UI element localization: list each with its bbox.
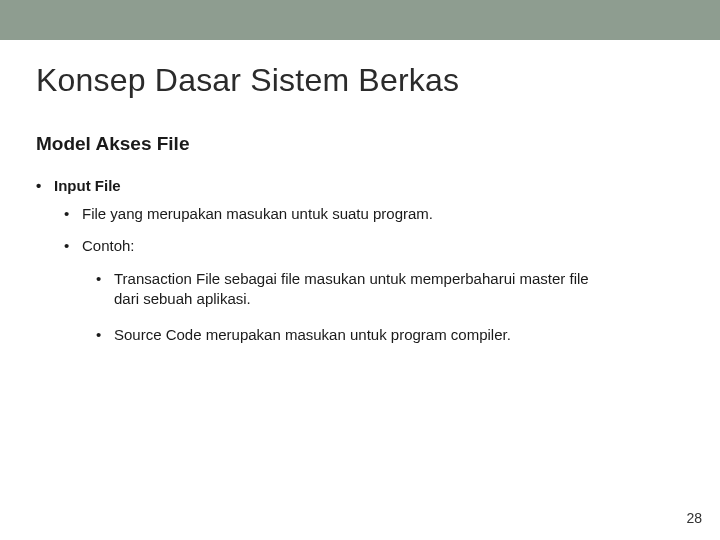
page-number: 28 <box>686 510 702 526</box>
bullet-list: Input File File yang merupakan masukan u… <box>36 177 684 345</box>
slide-content: Konsep Dasar Sistem Berkas Model Akses F… <box>0 40 720 345</box>
bullet-level3: Source Code merupakan masukan untuk prog… <box>96 325 616 345</box>
top-band <box>0 0 720 40</box>
bullet-level2: File yang merupakan masukan untuk suatu … <box>64 204 684 224</box>
bullet-level2: Contoh: <box>64 236 684 256</box>
bullet-level1: Input File <box>36 177 684 194</box>
slide-subtitle: Model Akses File <box>36 133 684 155</box>
slide: Konsep Dasar Sistem Berkas Model Akses F… <box>0 0 720 540</box>
slide-title: Konsep Dasar Sistem Berkas <box>36 62 684 99</box>
bullet-level3: Transaction File sebagai file masukan un… <box>96 269 616 310</box>
